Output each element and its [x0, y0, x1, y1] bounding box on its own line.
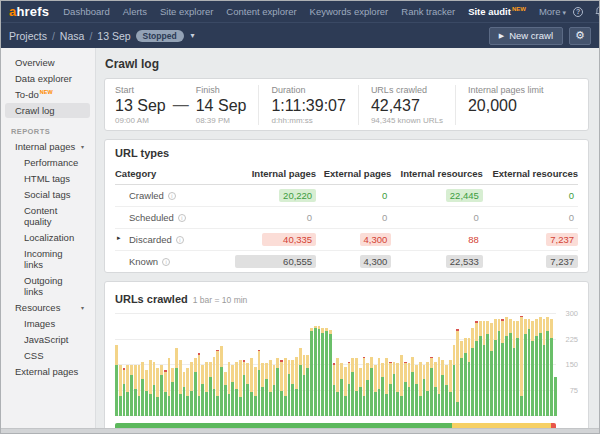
breadcrumb-projects[interactable]: Projects	[9, 30, 47, 42]
value-cell: 0	[316, 185, 391, 207]
expand-caret-icon[interactable]: ▸	[117, 234, 121, 242]
segment-3xx	[228, 362, 231, 394]
segment-3xx	[145, 370, 148, 390]
segment-3xx	[269, 360, 272, 392]
segment-2xx	[250, 392, 253, 416]
segment-2xx	[359, 387, 362, 416]
segment-3xx	[130, 365, 133, 375]
info-icon[interactable]: i	[168, 192, 176, 200]
help-icon[interactable]: ?	[572, 6, 584, 18]
sidebar-item-external-pages[interactable]: External pages	[5, 364, 90, 379]
value-cell: 0	[483, 185, 578, 207]
crawl-settings-button[interactable]: ⚙	[569, 27, 591, 45]
sidebar-item-label: Localization	[24, 232, 84, 243]
sidebar-item-resources[interactable]: Resources▾	[5, 300, 90, 315]
info-icon[interactable]: i	[176, 236, 184, 244]
segment-3xx	[524, 319, 527, 334]
segment-2xx	[216, 396, 219, 416]
top-nav-item-more[interactable]: More▾	[539, 6, 566, 17]
chart-bar	[344, 367, 347, 416]
chart-bar	[126, 365, 129, 416]
stat-duration: Duration1:11:39:07d:hh:mm:ss	[258, 85, 345, 125]
chart-bar	[408, 363, 411, 416]
row-label-cell: Scheduledi	[115, 207, 226, 229]
segment-2xx	[449, 392, 452, 416]
stat-start: Start13 Sep09:00 AM	[115, 85, 166, 125]
sidebar-item-overview[interactable]: Overview	[5, 55, 90, 70]
chart-bar	[441, 360, 444, 416]
chart-bar	[145, 370, 148, 416]
segment-2xx	[370, 368, 373, 416]
segment-3xx	[250, 358, 253, 392]
info-icon[interactable]: i	[178, 214, 186, 222]
sidebar-item-to-do[interactable]: To-doNEW	[5, 87, 90, 102]
segment-2xx	[423, 379, 426, 416]
segment-3xx	[179, 360, 182, 394]
segment-3xx	[246, 363, 249, 383]
segment-2xx	[134, 389, 137, 416]
crawl-select-caret-icon[interactable]: ▾	[191, 31, 195, 40]
segment-3xx	[183, 372, 186, 387]
top-nav-item-rank-tracker[interactable]: Rank tracker	[401, 6, 455, 17]
chart-bar	[374, 365, 377, 416]
url-types-title: URL types	[115, 147, 578, 159]
table-row-crawled: Crawledi20,220022,4450	[115, 185, 578, 207]
segment-2xx	[156, 397, 159, 416]
segment-3xx	[550, 319, 553, 338]
segment-3xx	[396, 363, 399, 392]
ahrefs-logo[interactable]: ahrefs	[9, 4, 49, 19]
notifications-icon[interactable]	[593, 6, 600, 18]
breadcrumb-nasa[interactable]: Nasa	[60, 30, 85, 42]
segment-3xx	[186, 368, 189, 395]
segment-2xx	[516, 338, 519, 416]
chart-bar	[471, 328, 474, 416]
segment-2xx	[265, 379, 268, 416]
segment-2xx	[438, 394, 441, 416]
chevron-down-icon: ▾	[81, 143, 84, 150]
stat-urls-crawled: URLs crawled42,43794,345 known URLs	[358, 85, 443, 125]
segment-3xx	[411, 357, 414, 372]
segment-3xx	[516, 321, 519, 338]
segment-3xx	[123, 370, 126, 384]
y-tick-300: 300	[565, 309, 578, 318]
top-nav-item-site-audit[interactable]: Site auditNEW	[468, 6, 526, 17]
sidebar-item-css[interactable]: CSS	[5, 348, 90, 363]
segment-2xx	[546, 331, 549, 416]
sidebar-item-incoming-links[interactable]: Incoming links	[5, 246, 90, 272]
value-bar: 0	[303, 211, 316, 224]
sidebar-item-social-tags[interactable]: Social tags	[5, 187, 90, 202]
segment-2xx	[209, 377, 212, 416]
top-nav-item-keywords-explorer[interactable]: Keywords explorer	[310, 6, 389, 17]
chart-bar	[449, 360, 452, 416]
sidebar-item-content-quality[interactable]: Content quality	[5, 203, 90, 229]
sidebar-item-html-tags[interactable]: HTML tags	[5, 171, 90, 186]
new-crawl-button[interactable]: ▶New crawl	[489, 27, 563, 45]
top-nav-item-alerts[interactable]: Alerts	[123, 6, 147, 17]
chart-bar	[411, 357, 414, 416]
sidebar-item-outgoing-links[interactable]: Outgoing links	[5, 273, 90, 299]
breadcrumb-13-sep[interactable]: 13 Sep	[97, 30, 130, 42]
segment-3xx	[231, 365, 234, 382]
value-bar: 0	[470, 211, 483, 224]
sidebar-item-data-explorer[interactable]: Data explorer	[5, 71, 90, 86]
sidebar-item-performance[interactable]: Performance	[5, 155, 90, 170]
top-nav-item-dashboard[interactable]: Dashboard	[63, 6, 109, 17]
sidebar-item-crawl-log[interactable]: Crawl log	[5, 103, 90, 118]
segment-2xx	[295, 389, 298, 416]
top-nav-item-site-explorer[interactable]: Site explorer	[160, 6, 213, 17]
top-nav-item-content-explorer[interactable]: Content explorer	[226, 6, 296, 17]
chart-bar	[258, 350, 261, 416]
sidebar-item-internal-pages[interactable]: Internal pages▾	[5, 139, 90, 154]
segment-3xx	[276, 358, 279, 368]
segment-2xx	[138, 396, 141, 416]
segment-2xx	[490, 351, 493, 416]
chart-bar	[501, 319, 504, 416]
segment-3xx	[273, 365, 276, 385]
sidebar-item-javascript[interactable]: JavaScript	[5, 332, 90, 347]
sidebar-item-images[interactable]: Images	[5, 316, 90, 331]
chart-bar	[243, 360, 246, 416]
info-icon[interactable]: i	[162, 258, 170, 266]
segment-3xx	[400, 355, 403, 396]
chart-bar	[336, 358, 339, 416]
sidebar-item-localization[interactable]: Localization	[5, 230, 90, 245]
